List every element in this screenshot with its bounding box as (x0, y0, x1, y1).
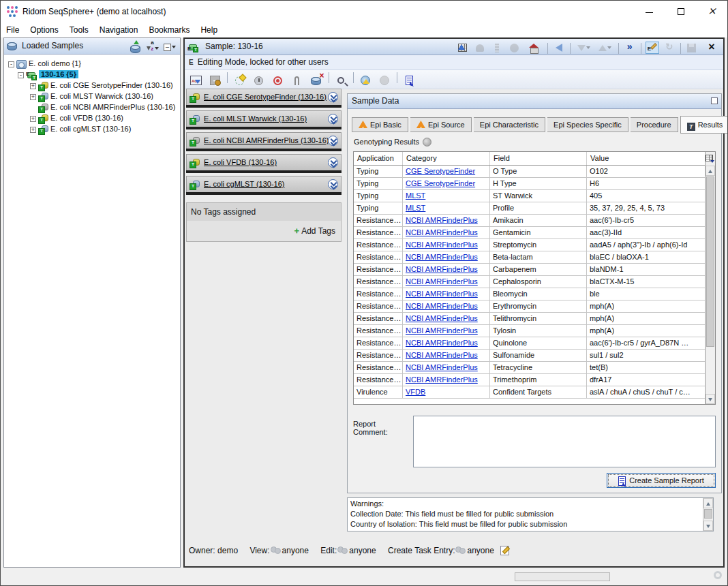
tree-view-button[interactable] (472, 40, 487, 54)
load-samples-button[interactable] (128, 40, 143, 53)
table-row[interactable]: Resistance… NCBI AMRFinderPlus Erythromy… (354, 300, 705, 313)
tab[interactable]: Epi Species Specific (547, 117, 628, 132)
chevron-expand-icon[interactable] (328, 179, 338, 189)
table-scrollbar[interactable] (705, 152, 715, 404)
task-section-bar[interactable]: E. coli cgMLST (130-16) (186, 176, 342, 192)
chevron-expand-icon[interactable] (328, 92, 338, 102)
table-row[interactable]: Resistance… NCBI AMRFinderPlus Tylosin m… (354, 325, 705, 337)
expander-icon[interactable]: - (8, 61, 14, 67)
table-row[interactable]: Resistance… NCBI AMRFinderPlus Beta-lact… (354, 251, 705, 264)
task-section-bar[interactable]: E. coli MLST Warwick (130-16) (186, 110, 342, 127)
tab[interactable]: Epi Source (410, 117, 472, 132)
table-row[interactable]: Resistance… NCBI AMRFinderPlus Amikacin … (354, 215, 705, 227)
category-link[interactable]: NCBI AMRFinderPlus (406, 351, 478, 359)
table-row[interactable]: Typing CGE SerotypeFinder H Type H6 (354, 178, 705, 190)
minimize-button[interactable] (634, 1, 665, 22)
goto-button[interactable]: » (622, 40, 637, 54)
back-button[interactable] (551, 40, 566, 54)
scroll-down-button[interactable] (703, 521, 713, 531)
scroll-thumb[interactable] (704, 509, 712, 519)
tree-item-task[interactable]: +E. coli MLST Warwick (130-16) (8, 91, 180, 102)
chevron-expand-icon[interactable] (328, 114, 338, 124)
restore-panel-icon[interactable] (711, 97, 718, 104)
warnings-scrollbar[interactable] (703, 498, 713, 531)
category-link[interactable]: NCBI AMRFinderPlus (406, 277, 478, 286)
table-row[interactable]: Resistance… NCBI AMRFinderPlus Telithrom… (354, 313, 705, 325)
task-section-link[interactable]: E. coli NCBI AMRFinderPlus (130-16) (204, 136, 329, 144)
category-link[interactable]: CGE SerotypeFinder (406, 179, 475, 187)
column-picker-icon[interactable] (706, 153, 714, 163)
table-row[interactable]: Typing MLST ST Warwick 405 (354, 190, 705, 202)
table-row[interactable]: Resistance… NCBI AMRFinderPlus Sulfonami… (354, 350, 705, 362)
tab[interactable]: Epi Basic (352, 117, 408, 132)
table-row[interactable]: Resistance… NCBI AMRFinderPlus Quinolone… (354, 337, 705, 350)
chevron-expand-icon[interactable] (328, 157, 338, 168)
table-row[interactable]: Resistance… NCBI AMRFinderPlus Trimethop… (354, 374, 705, 386)
scroll-down-button[interactable] (706, 394, 715, 404)
refresh-button[interactable]: ↻ (662, 40, 677, 54)
category-link[interactable]: CGE SerotypeFinder (406, 167, 475, 175)
home-button[interactable] (524, 40, 544, 54)
attachments-button[interactable] (288, 72, 305, 87)
category-link[interactable]: MLST (406, 191, 425, 200)
task-section-bar[interactable]: E. coli VFDB (130-16) (186, 154, 342, 170)
category-link[interactable]: NCBI AMRFinderPlus (406, 241, 478, 249)
expander-icon[interactable]: + (30, 94, 36, 100)
scroll-up-button[interactable] (703, 498, 713, 508)
menu-item[interactable]: Navigation (94, 22, 144, 35)
delete-sample-button[interactable] (307, 72, 324, 87)
close-window-button[interactable]: × (697, 1, 727, 22)
task-section-link[interactable]: E. coli cgMLST (130-16) (204, 180, 284, 188)
save-button[interactable] (684, 40, 699, 54)
new-task-entry-button[interactable] (231, 72, 248, 87)
menu-item[interactable]: Bookmarks (143, 22, 195, 35)
category-link[interactable]: MLST (406, 204, 425, 212)
expander-icon[interactable]: + (30, 116, 36, 122)
tab[interactable]: Procedure (631, 117, 678, 132)
table-row[interactable]: Virulence VFDB Confident Targets aslA / … (354, 386, 705, 399)
table-row[interactable]: Resistance… NCBI AMRFinderPlus Cephalosp… (354, 276, 705, 288)
next-sample-button[interactable] (574, 40, 593, 54)
report-comment-input[interactable] (413, 416, 716, 467)
submit-public-button[interactable] (357, 72, 374, 87)
search-database-button[interactable] (333, 72, 350, 87)
column-header-field[interactable]: Field (490, 152, 587, 165)
expander-icon[interactable]: - (18, 72, 24, 78)
tree-item-sample[interactable]: -T130-16 {5} (8, 69, 180, 80)
table-row[interactable]: Resistance… NCBI AMRFinderPlus Streptomy… (354, 239, 705, 251)
tree-item-task[interactable]: +E. coli VFDB (130-16) (8, 112, 180, 123)
edit-mode-button[interactable] (645, 40, 660, 54)
tree-item-task[interactable]: E. coli NCBI AMRFinderPlus (130-16) (8, 102, 180, 112)
expander-icon[interactable]: + (30, 127, 36, 133)
tab[interactable]: Results (680, 116, 728, 134)
table-row[interactable]: Resistance… NCBI AMRFinderPlus Bleomycin… (354, 288, 705, 300)
task-section-bar[interactable]: E. coli CGE SerotypeFinder (130-16) (186, 89, 342, 105)
chevron-expand-icon[interactable] (328, 136, 338, 146)
column-header-value[interactable]: Value (587, 152, 705, 165)
menu-item[interactable]: Options (25, 22, 63, 35)
category-link[interactable]: NCBI AMRFinderPlus (406, 265, 478, 273)
previous-sample-button[interactable] (596, 40, 615, 54)
column-header-application[interactable]: Application (354, 152, 403, 165)
target-button[interactable] (269, 72, 286, 87)
category-link[interactable]: NCBI AMRFinderPlus (406, 253, 478, 261)
expander-icon[interactable]: + (30, 83, 36, 89)
tab[interactable]: Epi Characteristic (474, 117, 545, 132)
sort-button[interactable]: az (145, 40, 160, 53)
category-link[interactable]: NCBI AMRFinderPlus (406, 302, 478, 310)
category-link[interactable]: NCBI AMRFinderPlus (406, 326, 478, 335)
menu-item[interactable]: Help (195, 22, 223, 35)
task-section-link[interactable]: E. coli MLST Warwick (130-16) (204, 114, 307, 123)
tree-item-project[interactable]: -E. coli demo {1} (8, 58, 180, 69)
create-report-toolbar-button[interactable] (401, 72, 418, 87)
close-view-button[interactable]: × (701, 40, 722, 54)
menu-item[interactable]: Tools (64, 22, 94, 35)
overview-button[interactable] (506, 40, 521, 54)
category-link[interactable]: NCBI AMRFinderPlus (406, 363, 478, 371)
task-section-link[interactable]: E. coli VFDB (130-16) (204, 158, 277, 166)
sequence-view-button[interactable] (489, 40, 504, 54)
category-link[interactable]: NCBI AMRFinderPlus (406, 375, 478, 384)
public-database-button[interactable] (376, 72, 393, 87)
table-row[interactable]: Resistance… NCBI AMRFinderPlus Tetracycl… (354, 362, 705, 374)
sample-settings-button[interactable] (207, 72, 224, 87)
